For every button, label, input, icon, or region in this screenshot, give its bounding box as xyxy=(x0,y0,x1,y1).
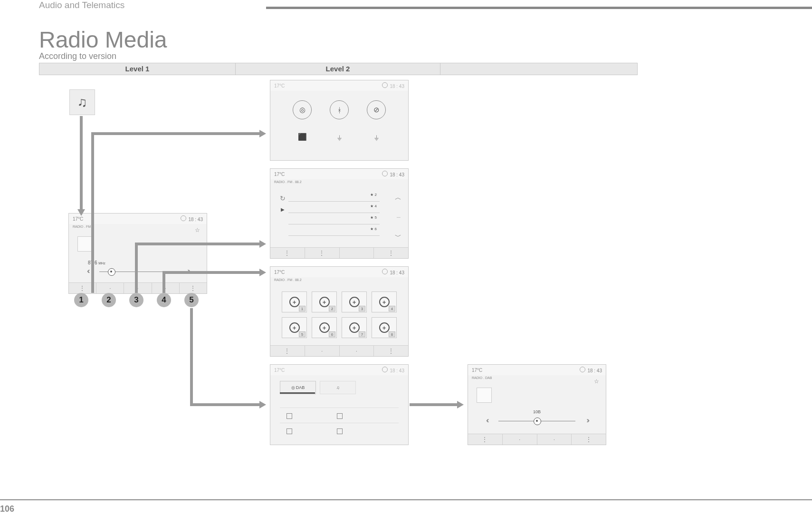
refresh-icon[interactable]: ↻ xyxy=(280,194,286,202)
list-row-2[interactable]: 4 xyxy=(375,204,377,208)
bluetooth-source-icon[interactable]: ᚼ xyxy=(330,100,349,119)
band-tab-underline xyxy=(280,392,315,394)
favorite-icon[interactable]: ☆ xyxy=(594,378,599,385)
list-row-4[interactable]: 6 xyxy=(375,227,377,231)
screen-radio-dab: 17°C 18 : 43 RADIO . DAB ☆ 10B ‹‹ ›› ⋮ ·… xyxy=(468,364,606,445)
foot-3[interactable]: · xyxy=(124,283,152,293)
conn-3-head xyxy=(259,240,266,248)
band-row-3[interactable] xyxy=(287,426,295,437)
band-tab-music[interactable]: ♫ xyxy=(320,381,356,394)
status-time: 18 : 43 xyxy=(390,368,404,373)
list-row-1[interactable]: 2 xyxy=(375,193,377,197)
page-number: 106 xyxy=(0,504,14,514)
screen-presets: 17°C 18 : 43 RADIO . FM . 88.2 +1 +2 +3 … xyxy=(270,266,409,357)
dab-art-placeholder xyxy=(477,388,492,403)
dfoot-2[interactable]: · xyxy=(503,434,537,445)
level-header-row: Level 1 Level 2 xyxy=(39,63,638,75)
preset-6[interactable]: +6 xyxy=(312,317,337,338)
preset-2[interactable]: +2 xyxy=(312,292,337,312)
conn-1v xyxy=(91,132,94,293)
preset-5[interactable]: +5 xyxy=(282,317,307,338)
screen-band: 17°C 18 : 43 ◎DAB ♫ xyxy=(270,364,409,445)
gear-icon xyxy=(580,367,585,372)
radio-sub: RADIO . FM xyxy=(69,224,207,232)
header-rule xyxy=(266,7,812,9)
music-note-icon: ♫ xyxy=(77,95,87,110)
conn-band-dab xyxy=(410,403,457,406)
freq-unit: MHz xyxy=(98,262,105,265)
screen1-footer: ⋮ · · · ⋮ xyxy=(69,282,207,293)
level3-header xyxy=(440,63,638,75)
section-label: Audio and Telematics xyxy=(39,0,124,10)
foot-5[interactable]: ⋮ xyxy=(180,283,207,293)
media-icon-tile[interactable]: ♫ xyxy=(69,89,95,115)
gear-icon xyxy=(382,367,388,372)
preset-3[interactable]: +3 xyxy=(342,292,367,312)
dfoot-4[interactable]: ⋮ xyxy=(572,434,606,445)
list-more[interactable]: ... xyxy=(397,214,401,219)
conn-tile-down xyxy=(80,116,83,210)
play-icon: ▶ xyxy=(281,207,285,212)
dfoot-3[interactable]: · xyxy=(537,434,572,445)
screen-station-list: 17°C 18 : 43 RADIO . FM . 88.2 ↻ ▶ ︿ ...… xyxy=(270,168,409,259)
lfoot-3[interactable] xyxy=(340,248,374,258)
usb1-source-icon[interactable]: ⏚ xyxy=(330,128,348,146)
marker-3: 3 xyxy=(129,293,143,307)
list-up-icon[interactable]: ︿ xyxy=(395,194,401,202)
status-temp: 17°C xyxy=(274,172,285,177)
status-temp: 17°C xyxy=(472,368,482,373)
preset-4[interactable]: +4 xyxy=(372,292,397,312)
station-art-placeholder xyxy=(77,236,93,252)
conn-5-head xyxy=(259,401,266,408)
screen-sources: 17°C 18 : 43 ◎ ᚼ ⊘ ⬛ ⏚ ⏚ xyxy=(270,80,409,161)
status-temp: 17°C xyxy=(274,270,285,275)
radio-source-icon[interactable]: ◎ xyxy=(293,100,312,119)
marker-1: 1 xyxy=(74,293,88,307)
foot-2[interactable]: · xyxy=(96,283,124,293)
dab-next-icon[interactable]: ›› xyxy=(586,416,588,425)
pfoot-4[interactable]: ⋮ xyxy=(374,346,408,356)
conn-5h xyxy=(190,403,259,406)
dab-knob[interactable] xyxy=(534,418,541,425)
conn-4v xyxy=(162,271,165,293)
lfoot-4[interactable]: ⋮ xyxy=(374,248,408,258)
marker-4: 4 xyxy=(157,293,171,307)
pfoot-2[interactable]: · xyxy=(305,346,340,356)
status-temp: 17°C xyxy=(73,216,83,222)
cd-source-icon[interactable]: ⊘ xyxy=(367,100,386,119)
aux-source-icon[interactable]: ⬛ xyxy=(293,128,311,146)
conn-band-dab-head xyxy=(457,401,464,408)
gear-icon xyxy=(382,171,388,176)
pfoot-3[interactable]: · xyxy=(340,346,374,356)
status-time: 18 : 43 xyxy=(587,368,602,373)
list-row-3[interactable]: 5 xyxy=(375,215,377,220)
seek-back-icon[interactable]: ‹‹ xyxy=(87,267,88,275)
dab-prev-icon[interactable]: ‹‹ xyxy=(486,416,487,425)
dab-sub: RADIO . DAB xyxy=(468,375,606,383)
status-time: 18 : 43 xyxy=(390,270,404,275)
preset-7[interactable]: +7 xyxy=(342,317,367,338)
conn-tile-down-head xyxy=(77,209,85,216)
lfoot-2[interactable]: ⋮ xyxy=(305,248,340,258)
lfoot-1[interactable]: ⋮ xyxy=(270,248,305,258)
conn-1-head xyxy=(259,130,266,137)
band-row-1[interactable] xyxy=(287,410,295,422)
usb2-source-icon[interactable]: ⏚ xyxy=(367,128,385,146)
preset-8[interactable]: +8 xyxy=(372,317,397,338)
favorite-icon[interactable]: ☆ xyxy=(195,227,200,233)
status-temp: 17°C xyxy=(274,368,285,373)
level1-header: Level 1 xyxy=(39,63,236,75)
page-subtitle: According to version xyxy=(39,51,116,61)
preset-1[interactable]: +1 xyxy=(282,292,307,312)
foot-4[interactable]: · xyxy=(152,283,180,293)
conn-4-head xyxy=(259,269,266,276)
band-row-4[interactable] xyxy=(337,426,345,437)
pfoot-1[interactable]: ⋮ xyxy=(270,346,305,356)
list-sub: RADIO . FM . 88.2 xyxy=(270,179,408,187)
tuner-knob[interactable] xyxy=(108,268,115,276)
band-row-2[interactable] xyxy=(337,410,345,422)
status-temp: 17°C xyxy=(274,83,285,88)
dfoot-1[interactable]: ⋮ xyxy=(468,434,503,445)
list-down-icon[interactable]: ﹀ xyxy=(395,233,401,241)
screen-radio-fm: 17°C 18 : 43 RADIO . FM ☆ 87.6 MHz ‹‹ ››… xyxy=(68,213,207,294)
